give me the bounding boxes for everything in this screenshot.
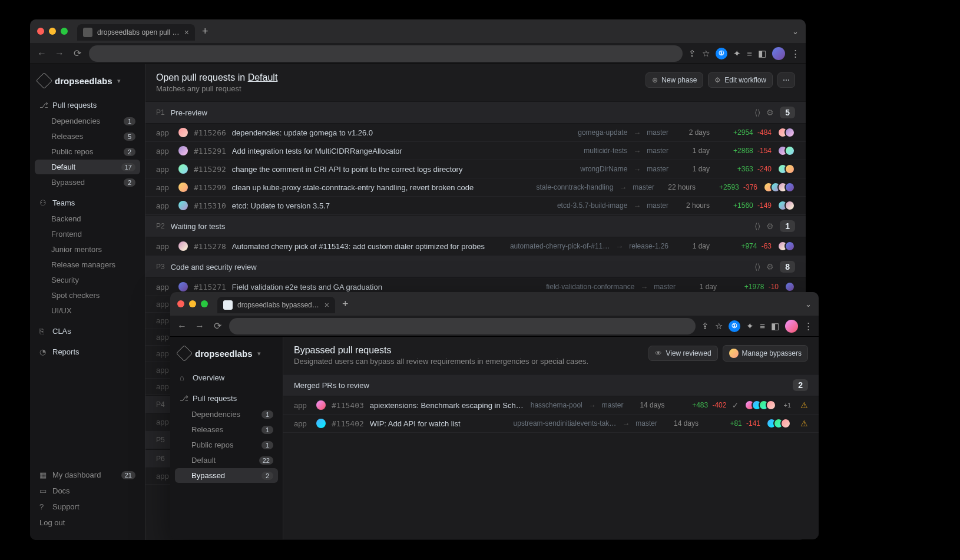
menu-icon[interactable]: ⋮: [804, 321, 813, 332]
maximize-window-button[interactable]: [201, 300, 208, 307]
sidepanel-icon[interactable]: ◧: [771, 321, 779, 332]
sidebar-item-releases[interactable]: Releases5: [35, 129, 140, 144]
pr-row[interactable]: app #115310 etcd: Update to version 3.5.…: [145, 197, 806, 215]
pr-row[interactable]: app #115278 Automated cherry pick of #11…: [145, 237, 806, 256]
pr-target-branch: master: [654, 283, 676, 291]
sidebar-my-dashboard[interactable]: ▦ My dashboard 21: [35, 467, 140, 483]
sidebar-pull-requests[interactable]: ⎇ Pull requests: [175, 390, 278, 406]
pr-row[interactable]: app #115402 WIP: Add API for watch list …: [283, 415, 819, 433]
sidebar-docs[interactable]: ▭ Docs: [35, 483, 140, 499]
profile-avatar[interactable]: [772, 47, 785, 60]
reading-list-icon[interactable]: ≡: [747, 48, 752, 58]
menu-icon[interactable]: ⋮: [791, 48, 800, 59]
sidebar-item-spot-checkers[interactable]: Spot checkers: [35, 288, 140, 303]
pr-row[interactable]: app #115403 apiextensions: Benchmark esc…: [283, 396, 819, 415]
code-icon[interactable]: ⟨⟩: [754, 262, 760, 271]
address-bar[interactable]: [229, 318, 696, 334]
sidebar-overview[interactable]: ⌂ Overview: [175, 370, 278, 386]
sidebar-support[interactable]: ? Support: [35, 499, 140, 515]
pr-target-branch: master: [647, 147, 668, 155]
sidebar-item-release-managers[interactable]: Release managers: [35, 257, 140, 272]
avatar: [784, 200, 795, 211]
address-bar[interactable]: [89, 45, 683, 62]
tabs-dropdown-icon[interactable]: ⌄: [805, 300, 812, 309]
reload-button[interactable]: ⟳: [211, 320, 223, 332]
manage-bypassers-button[interactable]: Manage bypassers: [723, 345, 808, 362]
new-phase-button[interactable]: ⊕New phase: [645, 72, 703, 88]
sidebar-item-public-repos[interactable]: Public repos1: [175, 438, 278, 452]
browser-tab[interactable]: dropseedlabs bypassed pull re ×: [217, 297, 335, 313]
sidebar-item-frontend[interactable]: Frontend: [35, 227, 140, 241]
view-reviewed-button[interactable]: 👁View reviewed: [648, 346, 717, 361]
pr-repo: app: [156, 165, 173, 174]
avatar: [766, 400, 776, 410]
password-manager-icon[interactable]: ①: [729, 320, 740, 332]
sidebar-pull-requests[interactable]: ⎇ Pull requests: [35, 97, 140, 113]
bookmark-icon[interactable]: ☆: [702, 48, 710, 59]
sidebar-clas[interactable]: ⎘ CLAs: [35, 323, 140, 339]
gear-icon[interactable]: ⚙: [766, 262, 774, 271]
new-tab-button[interactable]: +: [202, 25, 208, 38]
phase-count: 5: [780, 107, 795, 118]
sidebar-reports[interactable]: ◔ Reports: [35, 344, 140, 360]
close-window-button[interactable]: [177, 300, 184, 307]
sidebar-item-junior-mentors[interactable]: Junior mentors: [35, 242, 140, 257]
reading-list-icon[interactable]: ≡: [760, 321, 765, 331]
tabs-dropdown-icon[interactable]: ⌄: [792, 27, 799, 36]
workflow-link[interactable]: Default: [248, 72, 278, 82]
back-button[interactable]: ←: [176, 321, 188, 332]
close-tab-icon[interactable]: ×: [184, 28, 189, 37]
close-tab-icon[interactable]: ×: [325, 300, 329, 310]
pr-row[interactable]: app #115292 change the comment in CRI AP…: [145, 160, 806, 178]
code-icon[interactable]: ⟨⟩: [754, 221, 760, 231]
sidebar-item-bypassed[interactable]: Bypassed2: [175, 468, 278, 483]
workspace-switcher[interactable]: dropseedlabs ▾: [170, 344, 283, 367]
minimize-window-button[interactable]: [49, 28, 56, 35]
extensions-icon[interactable]: ✦: [746, 321, 754, 332]
sidebar-item-releases[interactable]: Releases1: [175, 422, 278, 437]
arrow-icon: →: [622, 419, 630, 428]
sidebar-logout[interactable]: Log out: [35, 515, 140, 531]
minimize-window-button[interactable]: [189, 300, 196, 307]
gear-icon[interactable]: ⚙: [766, 221, 774, 231]
sidebar-item-security[interactable]: Security: [35, 273, 140, 287]
maximize-window-button[interactable]: [61, 28, 68, 35]
forward-button[interactable]: →: [194, 321, 206, 332]
sidebar-item-count: 2: [124, 148, 135, 156]
profile-avatar[interactable]: [785, 320, 798, 333]
sidebar-item-backend[interactable]: Backend: [35, 211, 140, 226]
forward-button[interactable]: →: [54, 48, 65, 59]
more-actions-button[interactable]: ⋯: [777, 72, 795, 88]
share-icon[interactable]: ⇪: [688, 48, 696, 59]
bookmark-icon[interactable]: ☆: [715, 321, 723, 332]
sidebar-item-ui/ux[interactable]: UI/UX: [35, 303, 140, 318]
password-manager-icon[interactable]: ①: [716, 48, 727, 59]
sidebar-item-public-repos[interactable]: Public repos2: [35, 144, 140, 159]
workspace-switcher[interactable]: dropseedlabs ▾: [30, 71, 145, 95]
pr-row[interactable]: app #115266 dependencies: update gomega …: [145, 124, 806, 142]
pr-row[interactable]: app #115291 Add integration tests for Mu…: [145, 142, 806, 160]
new-tab-button[interactable]: +: [342, 298, 349, 310]
book-icon: ▭: [39, 486, 48, 495]
sidebar-item-dependencies[interactable]: Dependencies1: [35, 114, 140, 128]
pr-diff-stats: +363 -240: [716, 165, 772, 173]
edit-workflow-button[interactable]: ⚙Edit workflow: [708, 72, 773, 88]
extensions-icon[interactable]: ✦: [733, 48, 741, 59]
sidepanel-icon[interactable]: ◧: [758, 48, 766, 59]
gear-icon[interactable]: ⚙: [766, 108, 774, 117]
sidebar-teams[interactable]: ⚇ Teams: [35, 195, 140, 211]
share-icon[interactable]: ⇪: [701, 321, 709, 332]
sidebar-item-default[interactable]: Default17: [35, 160, 140, 174]
close-window-button[interactable]: [37, 28, 44, 35]
pr-title: clean up kube-proxy stale-conntrack-entr…: [232, 183, 531, 192]
pr-row[interactable]: app #115299 clean up kube-proxy stale-co…: [145, 178, 806, 197]
pr-diff-stats: +2868 -154: [716, 147, 772, 155]
sidebar-item-bypassed[interactable]: Bypassed2: [35, 175, 140, 190]
sidebar-item-default[interactable]: Default22: [175, 453, 278, 468]
pr-author-avatar: [178, 146, 188, 155]
browser-tab[interactable]: dropseedlabs open pull reques ×: [77, 24, 195, 41]
reload-button[interactable]: ⟳: [71, 48, 83, 59]
back-button[interactable]: ←: [36, 48, 48, 59]
code-icon[interactable]: ⟨⟩: [754, 108, 760, 117]
sidebar-item-dependencies[interactable]: Dependencies1: [175, 407, 278, 422]
